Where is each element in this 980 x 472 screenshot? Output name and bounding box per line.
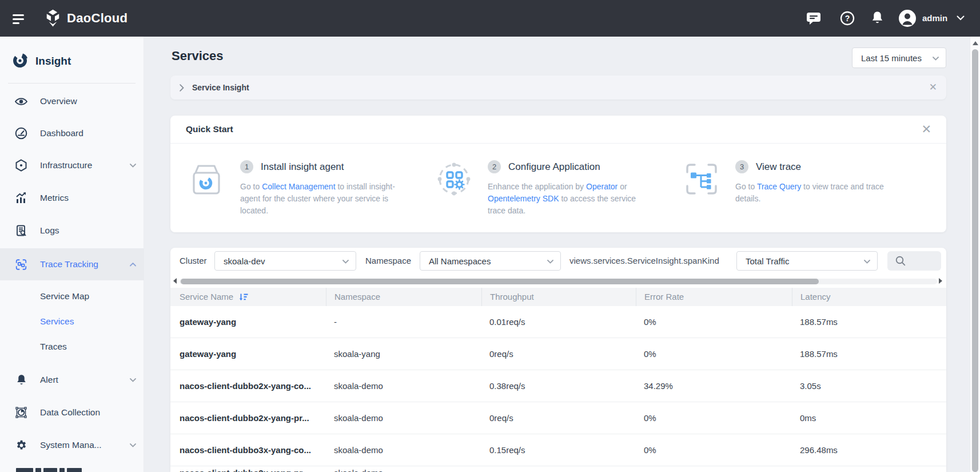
table-row-partial[interactable]: nacos-client-dubbo3x-yang-pr... skoala-d…	[170, 466, 946, 472]
namespace-filter-label: Namespace	[365, 256, 411, 265]
chevron-down-icon	[864, 260, 870, 264]
sidebar-item-system-management[interactable]: System Mana...	[0, 434, 144, 457]
page-scrollbar[interactable]	[970, 37, 980, 472]
quick-start-step-3: 3 View trace Go to Trace Query to view t…	[683, 160, 930, 232]
sidebar-item-metrics[interactable]: Metrics	[0, 187, 144, 209]
banner-close-icon[interactable]: ✕	[929, 82, 937, 92]
table-row[interactable]: nacos-client-dubbo2x-yang-co... skoala-d…	[170, 370, 946, 402]
top-bar: DaoCloud ? admin	[0, 0, 980, 37]
view-trace-icon	[683, 160, 720, 198]
daocloud-logo-icon	[44, 9, 62, 27]
hexagon-icon	[15, 159, 27, 172]
column-header-throughput[interactable]: Throughput	[481, 288, 636, 306]
quick-start-card: Quick Start ✕ 1 Install insight agent Go…	[170, 116, 946, 232]
namespace-select[interactable]: All Namespaces	[420, 251, 561, 271]
sidebar-item-dashboard[interactable]: Dashboard	[0, 122, 144, 145]
column-header-error-rate[interactable]: Error Rate	[636, 288, 792, 306]
chevron-down-icon	[130, 164, 136, 168]
step-title: View trace	[756, 161, 801, 173]
install-agent-box-icon	[188, 160, 225, 198]
scrollbar-thumb[interactable]	[972, 49, 978, 472]
time-range-select[interactable]: Last 15 minutes	[852, 47, 946, 68]
logs-document-icon	[15, 224, 27, 237]
quick-start-step-2: 2 Configure Application Enhance the appl…	[435, 160, 683, 232]
sidebar-subitem-service-map[interactable]: Service Map	[40, 291, 89, 302]
table-row[interactable]: nacos-client-dubbo2x-yang-pr... skoala-d…	[170, 402, 946, 434]
hscroll-thumb[interactable]	[181, 279, 819, 284]
trace-query-link[interactable]: Trace Query	[757, 182, 801, 191]
sidebar: Insight Overview Dashboard Infrastructur…	[0, 37, 144, 472]
page-title: Services	[172, 49, 224, 64]
step-title: Install insight agent	[261, 161, 344, 173]
chevron-down-icon	[130, 378, 136, 382]
user-avatar[interactable]	[898, 9, 917, 27]
opentelemetry-sdk-link[interactable]: Opentelemetry SDK	[488, 194, 559, 203]
operator-link[interactable]: Operator	[586, 182, 618, 191]
hscroll-right-arrow[interactable]	[939, 278, 942, 284]
sidebar-subitem-traces[interactable]: Traces	[40, 342, 67, 352]
sidebar-item-logs[interactable]: Logs	[0, 219, 144, 242]
eye-icon	[15, 95, 27, 108]
quick-start-close-icon[interactable]: ✕	[921, 123, 931, 135]
banner-label: Service Insight	[192, 83, 249, 92]
help-icon[interactable]: ?	[840, 11, 855, 26]
step-description: Go to Trace Query to view trace and trac…	[735, 181, 891, 205]
table-header-row: Service Name Namespace Throughput Error …	[170, 288, 946, 306]
table-row[interactable]: gateway-yang - 0.01req/s 0% 188.57ms	[170, 306, 946, 338]
service-insight-banner[interactable]: Service Insight ✕	[170, 76, 946, 100]
sidebar-item-alert[interactable]: Alert	[0, 368, 144, 391]
gear-icon	[15, 439, 27, 451]
search-input[interactable]	[887, 251, 941, 271]
column-header-service-name[interactable]: Service Name	[170, 288, 326, 306]
step-number: 1	[240, 160, 253, 173]
sidebar-subitem-services[interactable]: Services	[40, 316, 74, 327]
sidebar-item-infrastructure[interactable]: Infrastructure	[0, 154, 144, 177]
chevron-down-icon	[933, 57, 939, 61]
notification-bell-icon[interactable]	[870, 10, 885, 26]
cluster-filter-label: Cluster	[180, 256, 207, 265]
brand-name: DaoCloud	[67, 11, 128, 26]
chevron-down-icon	[130, 443, 136, 447]
chevron-right-icon[interactable]	[180, 84, 184, 92]
quick-start-title: Quick Start	[186, 124, 233, 134]
data-collection-icon	[15, 406, 27, 419]
column-header-latency[interactable]: Latency	[792, 288, 946, 306]
collect-management-link[interactable]: Collect Management	[262, 182, 335, 191]
configure-application-icon	[435, 160, 473, 198]
spankind-filter-label: views.services.ServiceInsight.spanKind	[569, 256, 719, 265]
step-description: Go to Collect Management to install insi…	[240, 181, 415, 217]
sidebar-item-data-collection[interactable]: Data Collection	[0, 401, 144, 424]
table-row[interactable]: nacos-client-dubbo3x-yang-co... skoala-d…	[170, 434, 946, 466]
chevron-down-icon	[342, 260, 349, 264]
trace-tracking-icon	[15, 258, 27, 271]
message-icon[interactable]	[806, 11, 821, 25]
table-row[interactable]: gateway-yang skoala-yang 0req/s 0% 188.5…	[170, 338, 946, 370]
app-screen: DaoCloud ? admin	[0, 0, 980, 472]
step-number: 2	[488, 160, 501, 173]
services-table-card: Cluster skoala-dev Namespace All Namespa…	[170, 248, 946, 472]
quick-start-step-1: 1 Install insight agent Go to Collect Ma…	[188, 160, 435, 232]
gauge-icon	[15, 127, 27, 140]
step-description: Enhance the application by Operator or O…	[488, 181, 655, 217]
svg-text:?: ?	[845, 14, 850, 23]
step-title: Configure Application	[508, 161, 600, 173]
hamburger-menu-icon[interactable]	[13, 14, 24, 27]
spankind-select[interactable]: Total Traffic	[736, 251, 878, 271]
sidebar-item-trace-tracking[interactable]: Trace Tracking	[0, 248, 144, 280]
product-name: Insight	[35, 55, 71, 68]
chevron-down-icon	[547, 260, 553, 264]
sidebar-divider	[8, 83, 136, 84]
sort-icon[interactable]	[239, 293, 248, 302]
insight-product-icon	[11, 52, 29, 69]
sidebar-item-overview[interactable]: Overview	[0, 90, 144, 113]
alert-bell-icon	[15, 374, 27, 386]
cluster-select[interactable]: skoala-dev	[214, 251, 356, 271]
user-menu-chevron-down-icon[interactable]	[957, 15, 965, 21]
step-number: 3	[735, 160, 748, 173]
metrics-chart-icon	[15, 192, 27, 204]
scroll-up-arrow[interactable]	[973, 41, 978, 45]
column-header-namespace[interactable]: Namespace	[326, 288, 481, 306]
chevron-up-icon	[130, 263, 136, 267]
username-label[interactable]: admin	[922, 13, 947, 23]
hscroll-left-arrow[interactable]	[173, 278, 177, 284]
